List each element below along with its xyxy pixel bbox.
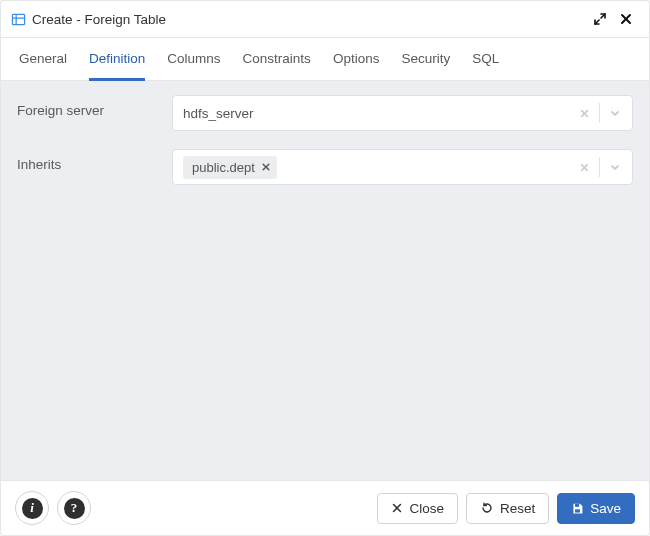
svg-rect-0 xyxy=(12,14,24,24)
chevron-down-icon[interactable] xyxy=(604,160,626,174)
separator xyxy=(599,157,600,177)
svg-rect-4 xyxy=(575,509,580,512)
maximize-button[interactable] xyxy=(589,8,611,30)
inherits-token-area: public.dept xyxy=(183,156,574,179)
inherits-row: Inherits public.dept xyxy=(17,149,633,185)
help-icon: ? xyxy=(64,498,85,519)
clear-icon[interactable] xyxy=(574,161,595,174)
footer: i ? Close Reset xyxy=(1,480,649,535)
save-button[interactable]: Save xyxy=(557,493,635,524)
tab-content: Foreign server hdfs_server xyxy=(1,81,649,480)
inherits-token-label: public.dept xyxy=(192,160,255,175)
reset-icon xyxy=(480,501,494,515)
close-dialog-button[interactable] xyxy=(615,8,637,30)
info-icon: i xyxy=(22,498,43,519)
tab-bar: General Definition Columns Constraints O… xyxy=(1,38,649,81)
titlebar: Create - Foreign Table xyxy=(1,1,649,38)
save-icon xyxy=(571,502,584,515)
tab-options[interactable]: Options xyxy=(333,38,380,81)
svg-rect-3 xyxy=(575,503,579,506)
foreign-server-label: Foreign server xyxy=(17,95,172,118)
separator xyxy=(599,103,600,123)
chevron-down-icon[interactable] xyxy=(604,106,626,120)
dialog-title: Create - Foreign Table xyxy=(32,12,166,27)
help-button[interactable]: ? xyxy=(57,491,91,525)
remove-token-icon[interactable] xyxy=(261,162,271,172)
tab-security[interactable]: Security xyxy=(401,38,450,81)
tab-general[interactable]: General xyxy=(19,38,67,81)
reset-button[interactable]: Reset xyxy=(466,493,549,524)
save-label: Save xyxy=(590,501,621,516)
tab-definition[interactable]: Definition xyxy=(89,38,145,81)
create-foreign-table-dialog: Create - Foreign Table General Definitio… xyxy=(0,0,650,536)
inherits-label: Inherits xyxy=(17,149,172,172)
foreign-server-select[interactable]: hdfs_server xyxy=(172,95,633,131)
info-button[interactable]: i xyxy=(15,491,49,525)
close-label: Close xyxy=(409,501,444,516)
inherits-select[interactable]: public.dept xyxy=(172,149,633,185)
tab-columns[interactable]: Columns xyxy=(167,38,220,81)
close-icon xyxy=(391,502,403,514)
foreign-server-value: hdfs_server xyxy=(183,106,574,121)
foreign-table-icon xyxy=(11,12,26,27)
reset-label: Reset xyxy=(500,501,535,516)
close-button[interactable]: Close xyxy=(377,493,458,524)
foreign-server-row: Foreign server hdfs_server xyxy=(17,95,633,131)
clear-icon[interactable] xyxy=(574,107,595,120)
tab-sql[interactable]: SQL xyxy=(472,38,499,81)
inherits-token: public.dept xyxy=(183,156,277,179)
tab-constraints[interactable]: Constraints xyxy=(243,38,311,81)
